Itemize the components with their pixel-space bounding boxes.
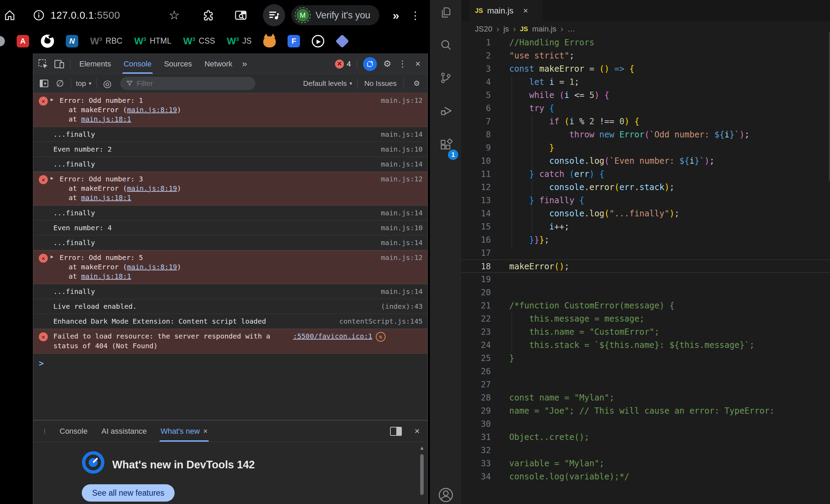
devtools-settings-icon[interactable]: ⚙ bbox=[380, 58, 395, 69]
drawer-scrollbar[interactable]: ▲ bbox=[419, 445, 425, 504]
devtools-close-icon[interactable]: × bbox=[410, 58, 425, 69]
source-location-link[interactable]: main.js:12 bbox=[381, 174, 423, 184]
stack-link[interactable]: main.js:8:19 bbox=[127, 184, 177, 192]
editor-scrollbar[interactable] bbox=[829, 32, 830, 181]
bookmark-item-f[interactable]: F bbox=[288, 35, 300, 47]
context-selector[interactable]: top▾ bbox=[74, 79, 94, 88]
console-filter[interactable] bbox=[120, 77, 255, 90]
source-location-link[interactable]: main.js:14 bbox=[381, 238, 423, 248]
source-location-link[interactable]: (index):43 bbox=[381, 302, 423, 311]
expand-triangle-icon[interactable]: ▶ bbox=[51, 254, 53, 259]
expand-triangle-icon[interactable]: ▶ bbox=[51, 97, 53, 102]
console-log-row[interactable]: ...finallymain.js:14 bbox=[33, 157, 427, 172]
source-location-link[interactable]: main.js:10 bbox=[381, 223, 423, 233]
stack-link[interactable]: main.js:8:19 bbox=[127, 106, 177, 114]
issues-counter[interactable]: No Issues bbox=[364, 79, 397, 88]
console-prompt[interactable]: > bbox=[33, 354, 427, 368]
bookmark-item-play[interactable]: ▶ bbox=[312, 35, 324, 47]
error-count-badge[interactable]: ✕ 4 bbox=[332, 60, 354, 69]
clear-console-icon[interactable]: ∅ bbox=[52, 75, 68, 91]
console-log-row[interactable]: ...finallymain.js:14 bbox=[33, 235, 427, 250]
site-info-icon[interactable] bbox=[29, 6, 48, 25]
bookmark-item-JS[interactable]: W3JS bbox=[227, 36, 252, 46]
search-icon[interactable] bbox=[430, 38, 462, 52]
bookmark-item-pdf[interactable]: A bbox=[17, 35, 29, 47]
drawer-close-icon[interactable]: × bbox=[409, 426, 425, 436]
more-toolbar-icon[interactable]: » bbox=[386, 6, 406, 25]
request-link[interactable]: :5500/favicon.ico:1 bbox=[293, 332, 372, 340]
source-location-link[interactable]: main.js:14 bbox=[381, 129, 423, 139]
console-settings-icon[interactable]: ⚙ bbox=[409, 75, 425, 91]
breadcrumb-symbol[interactable]: … bbox=[567, 25, 575, 34]
console-log-row[interactable]: Enhanced Dark Mode Extension: Content sc… bbox=[33, 314, 427, 329]
explorer-icon[interactable] bbox=[430, 6, 462, 19]
bookmark-item-cat[interactable] bbox=[263, 35, 276, 47]
source-location-link[interactable]: :5500/favicon.ico:1⇅ bbox=[293, 331, 386, 342]
bookmark-item-dot[interactable] bbox=[0, 36, 5, 46]
account-icon[interactable] bbox=[430, 487, 462, 503]
source-location-link[interactable]: main.js:14 bbox=[381, 208, 423, 218]
stack-link[interactable]: main.js:18:1 bbox=[81, 115, 131, 123]
run-debug-icon[interactable] bbox=[430, 104, 462, 118]
scroll-up-icon[interactable]: ▲ bbox=[419, 445, 425, 451]
toggle-split-view-icon[interactable] bbox=[390, 427, 402, 436]
drawer-tab-what-s-new[interactable]: What's new× bbox=[154, 421, 215, 442]
devtools-tab-sources[interactable]: Sources bbox=[158, 54, 198, 74]
devtools-tab-console[interactable]: Console bbox=[117, 54, 158, 74]
breadcrumb-root[interactable]: JS20 bbox=[475, 25, 492, 34]
drawer-menu-icon[interactable]: ⋮ bbox=[37, 423, 53, 439]
device-toolbar-icon[interactable] bbox=[51, 56, 67, 72]
bookmark-item-n[interactable]: N bbox=[66, 35, 78, 47]
source-location-link[interactable]: main.js:12 bbox=[381, 96, 423, 105]
source-control-icon[interactable] bbox=[430, 71, 462, 85]
console-error-row[interactable]: ✕Failed to load resource: the server res… bbox=[33, 329, 427, 354]
console-log-row[interactable]: Even number: 2main.js:10 bbox=[33, 142, 427, 157]
bookmark-item-RBC[interactable]: W3RBC bbox=[90, 36, 122, 46]
stack-link[interactable]: main.js:18:1 bbox=[81, 194, 131, 202]
console-log-row[interactable]: Live reload enabled.(index):43 bbox=[33, 299, 427, 314]
bookmark-item-cube[interactable] bbox=[336, 36, 348, 46]
source-location-link[interactable]: main.js:12 bbox=[381, 253, 423, 262]
see-all-features-button[interactable]: See all new features bbox=[82, 484, 175, 502]
log-levels-dropdown[interactable]: Default levels▾ bbox=[303, 79, 352, 88]
source-location-link[interactable]: main.js:10 bbox=[381, 144, 423, 154]
bookmark-item-CSS[interactable]: W3CSS bbox=[183, 36, 215, 46]
stack-link[interactable]: main.js:8:19 bbox=[127, 263, 177, 271]
source-location-link[interactable]: contentScript.js:145 bbox=[339, 316, 423, 326]
breadcrumb-file[interactable]: main.js bbox=[532, 25, 556, 34]
media-playlist-icon[interactable] bbox=[263, 4, 285, 26]
drawer-tab-ai-assistance[interactable]: AI assistance bbox=[95, 421, 154, 442]
console-log-row[interactable]: Even number: 4main.js:10 bbox=[33, 220, 427, 235]
console-error-row[interactable]: ✕▶Error: Odd number: 3at makeError (main… bbox=[33, 172, 427, 206]
search-tabs-icon[interactable] bbox=[231, 6, 250, 25]
live-expression-icon[interactable]: ◎ bbox=[99, 75, 115, 91]
drawer-tab-close-icon[interactable]: × bbox=[203, 427, 208, 436]
open-in-network-icon[interactable]: ⇅ bbox=[376, 332, 386, 342]
console-log-row[interactable]: ...finallymain.js:14 bbox=[33, 127, 427, 142]
devtools-tab-network[interactable]: Network bbox=[198, 54, 239, 74]
scrollbar-thumb[interactable] bbox=[420, 454, 424, 495]
console-sidebar-icon[interactable] bbox=[36, 75, 52, 91]
bookmark-item-github[interactable] bbox=[41, 35, 54, 48]
extensions-panel-icon[interactable] bbox=[430, 138, 462, 152]
console-error-row[interactable]: ✕▶Error: Odd number: 1at makeError (main… bbox=[33, 93, 427, 127]
verify-its-you-button[interactable]: M Verify it's you bbox=[291, 5, 379, 25]
drawer-tab-console[interactable]: Console bbox=[53, 421, 95, 442]
home-icon[interactable] bbox=[0, 6, 19, 25]
stack-link[interactable]: main.js:18:1 bbox=[81, 272, 131, 280]
console-log-row[interactable]: ...finallymain.js:14 bbox=[33, 284, 427, 299]
console-log-row[interactable]: ...finallymain.js:14 bbox=[33, 206, 427, 220]
bookmark-item-HTML[interactable]: W3HTML bbox=[134, 36, 171, 46]
breadcrumb-folder[interactable]: js bbox=[503, 25, 509, 34]
ai-assistance-icon[interactable] bbox=[363, 57, 377, 71]
url-text[interactable]: 127.0.0.1:5500 bbox=[51, 10, 120, 21]
more-panels-icon[interactable]: » bbox=[239, 58, 250, 69]
source-location-link[interactable]: main.js:14 bbox=[381, 287, 423, 296]
extensions-icon[interactable] bbox=[198, 6, 217, 25]
console-error-row[interactable]: ✕▶Error: Odd number: 5at makeError (main… bbox=[33, 250, 427, 284]
code-editor[interactable]: 1//Handling Errors2"use strict";3const m… bbox=[462, 36, 830, 504]
expand-triangle-icon[interactable]: ▶ bbox=[51, 175, 53, 181]
devtools-menu-icon[interactable]: ⋮ bbox=[395, 58, 410, 69]
tab-main-js[interactable]: JS main.js × bbox=[469, 0, 543, 21]
devtools-tab-elements[interactable]: Elements bbox=[73, 54, 117, 74]
